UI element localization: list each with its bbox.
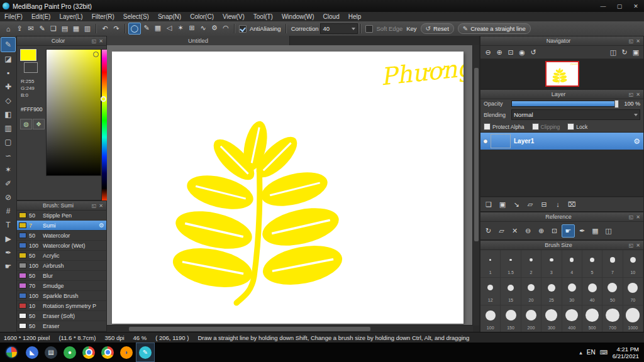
close-panel-icon[interactable]: ✕ — [97, 38, 104, 44]
new-canvas-icon[interactable]: ❏ — [48, 23, 59, 34]
float-panel-icon[interactable]: ◱ — [628, 92, 635, 97]
add-layer-folder-icon[interactable]: ▱ — [525, 199, 536, 210]
layer-visibility-icon[interactable] — [484, 140, 487, 143]
close-panel-icon[interactable]: ✕ — [635, 92, 641, 97]
hand-tool-icon[interactable]: ☛ — [1, 260, 15, 273]
brush-size-option-30[interactable]: 30 — [562, 278, 582, 305]
brush-size-option-400[interactable]: 400 — [562, 305, 582, 333]
brush-size-option-40[interactable]: 40 — [582, 278, 602, 305]
float-panel-icon[interactable]: ◱ — [628, 243, 635, 248]
snap-settings-icon[interactable]: ⚙ — [209, 23, 220, 33]
taskbar-chrome-2-button[interactable] — [98, 343, 117, 362]
brush-size-option-50[interactable]: 50 — [602, 278, 623, 305]
radial-snap-icon[interactable]: ✶ — [175, 23, 186, 33]
protect-alpha-checkbox[interactable]: Protect Alpha — [484, 123, 525, 130]
taskbar-app-3-button[interactable]: ● — [60, 343, 79, 362]
ref-eyedropper-icon[interactable]: ✒ — [576, 225, 588, 237]
menu-snapn[interactable]: Snap(N) — [153, 12, 186, 21]
ref-zoom-out-icon[interactable]: ⊖ — [522, 225, 534, 237]
brush-item-airbrush[interactable]: 100Airbrush — [17, 261, 106, 271]
brush-size-option-1[interactable]: 1 — [480, 250, 501, 278]
brush-size-option-70[interactable]: 70 — [623, 278, 643, 305]
float-panel-icon[interactable]: ◱ — [91, 203, 97, 209]
brush-size-option-15[interactable]: 15 — [501, 278, 521, 305]
brush-item-rotation-symmetry-p[interactable]: 10Rotation Symmetry P — [17, 301, 106, 311]
create-straight-line-button[interactable]: ✎ Create a straight line — [458, 23, 531, 34]
ref-grid-icon[interactable]: ▦ — [589, 225, 601, 237]
layer-settings-icon[interactable]: ⚙ — [633, 137, 640, 146]
brush-size-option-1000[interactable]: 1000 — [623, 305, 643, 333]
brush-type-icon[interactable]: ✎ — [141, 23, 152, 33]
canvas-tab-untitled[interactable]: Untitled — [107, 36, 290, 45]
brush-size-option-25[interactable]: 25 — [541, 278, 562, 305]
menu-layerl[interactable]: Layer(L) — [55, 12, 87, 21]
menu-windoww[interactable]: Window(W) — [277, 12, 319, 21]
add-layer-icon[interactable]: ❏ — [483, 199, 494, 210]
brush-size-option-100[interactable]: 100 — [480, 305, 501, 333]
ref-rotate-icon[interactable]: ↻ — [482, 225, 494, 237]
maximize-button[interactable]: ▢ — [611, 1, 628, 12]
brush-size-option-10[interactable]: 10 — [623, 250, 643, 278]
magic-wand-tool-icon[interactable]: ✶ — [1, 163, 15, 177]
brush-size-option-20[interactable]: 20 — [521, 278, 541, 305]
nav-flip-icon[interactable]: ◫ — [608, 47, 619, 58]
color-wheel-icon[interactable]: ◍ — [20, 119, 32, 129]
menu-colorc[interactable]: Color(C) — [186, 12, 218, 21]
opacity-slider[interactable] — [511, 101, 619, 107]
taskbar-chrome-button[interactable] — [79, 343, 98, 362]
publish-icon[interactable]: ✉ — [25, 23, 36, 34]
minimize-button[interactable]: — — [595, 1, 611, 12]
float-panel-icon[interactable]: ◱ — [628, 38, 635, 44]
menu-filterr[interactable]: Filter(R) — [87, 12, 119, 21]
layer-row-layer1[interactable]: Layer1 ⚙ — [480, 133, 643, 150]
brush-size-option-12[interactable]: 12 — [480, 278, 501, 305]
palette-icon[interactable]: ❖ — [33, 119, 45, 129]
grid-view-icon[interactable]: ▦ — [70, 23, 82, 34]
horizontal-scrollbar-thumb[interactable] — [129, 327, 370, 331]
close-panel-icon[interactable]: ✕ — [97, 203, 104, 209]
menu-help[interactable]: Help — [344, 12, 366, 21]
vertical-scrollbar-thumb[interactable] — [474, 68, 479, 242]
undo-icon[interactable]: ↶ — [99, 23, 111, 34]
close-panel-icon[interactable]: ✕ — [635, 243, 641, 248]
brush-item-sparkle-brush[interactable]: 100Sparkle Brush — [17, 291, 106, 301]
brush-item-blur[interactable]: 50Blur — [17, 271, 106, 281]
polyline-snap-icon[interactable]: ◁ — [164, 23, 175, 33]
nav-zoom-in-icon[interactable]: ⊕ — [494, 47, 505, 58]
nav-zoom-out-icon[interactable]: ⊖ — [482, 47, 494, 58]
taskbar-medibang-button[interactable]: ✎ — [136, 343, 155, 362]
ref-flip-icon[interactable]: ◫ — [602, 225, 614, 237]
merge-down-icon[interactable]: ↓ — [552, 199, 564, 210]
navigator-thumbnail[interactable] — [545, 61, 579, 87]
layer-thumbnail[interactable] — [491, 134, 511, 148]
correction-dropdown[interactable]: 40 — [320, 23, 358, 34]
ref-open-icon[interactable]: ▱ — [496, 225, 508, 237]
clock[interactable]: 4:21 PM 6/21/2021 — [613, 346, 639, 359]
nav-zoom-fit-icon[interactable]: ⊡ — [505, 47, 516, 58]
brush-item-watercolor[interactable]: 50Watercolor — [17, 231, 106, 241]
text-tool-icon[interactable]: T — [1, 218, 15, 232]
nav-rotate-reset-icon[interactable]: ↺ — [528, 47, 539, 58]
divide-tool-icon[interactable]: # — [1, 204, 15, 218]
nav-rotate-right-icon[interactable]: ↻ — [619, 47, 630, 58]
float-panel-icon[interactable]: ◱ — [91, 38, 97, 44]
brush-size-option-4[interactable]: 4 — [562, 250, 582, 278]
brush-size-option-150[interactable]: 150 — [501, 305, 521, 333]
delete-layer-icon[interactable]: ⌧ — [566, 199, 577, 210]
select-tool-icon[interactable]: ▢ — [1, 135, 15, 149]
keyboard-icon[interactable]: ⌨ — [600, 349, 608, 356]
merge-layer-icon[interactable]: ⊟ — [538, 199, 550, 210]
cross-snap-icon[interactable]: ⊞ — [186, 23, 197, 33]
layer-transfer-icon[interactable]: ↘ — [511, 199, 522, 210]
brush-item-smudge[interactable]: 70Smudge — [17, 281, 106, 291]
brush-item-acrylic[interactable]: 50Acrylic — [17, 251, 106, 261]
brush-size-option-700[interactable]: 700 — [602, 305, 623, 333]
close-panel-icon[interactable]: ✕ — [635, 38, 641, 44]
export-icon[interactable]: ⇪ — [14, 23, 25, 34]
background-color-swatch[interactable] — [24, 62, 38, 73]
ellipse-tool-option-icon[interactable]: ◯ — [128, 23, 141, 35]
panel-layout-icon[interactable]: ▥ — [82, 23, 93, 34]
select-eraser-tool-icon[interactable]: ⊘ — [1, 190, 15, 204]
brush-size-option-2[interactable]: 2 — [521, 250, 541, 278]
ref-hand-icon[interactable]: ☛ — [562, 224, 575, 238]
